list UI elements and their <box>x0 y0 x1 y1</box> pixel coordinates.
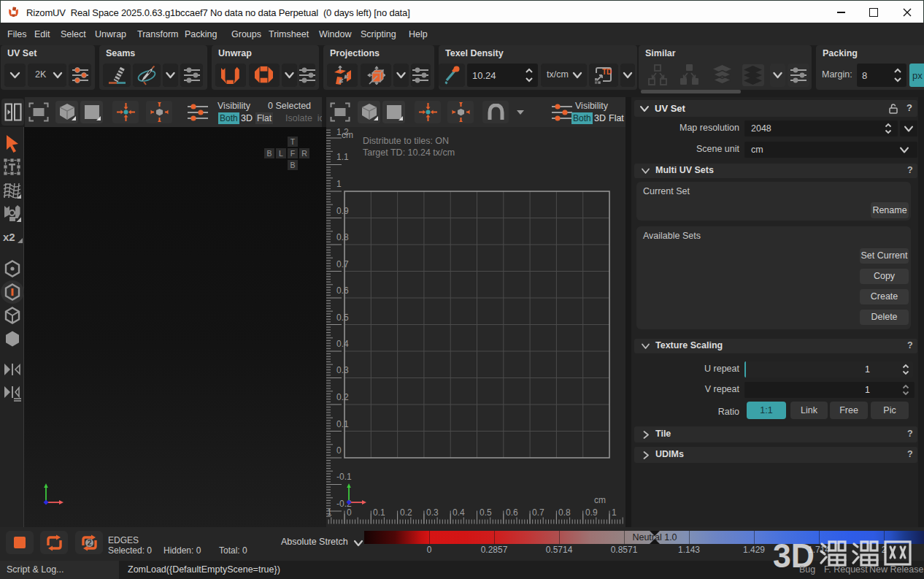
svg-text:2: 2 <box>88 538 92 547</box>
svg-text:TD: TD <box>602 68 612 76</box>
